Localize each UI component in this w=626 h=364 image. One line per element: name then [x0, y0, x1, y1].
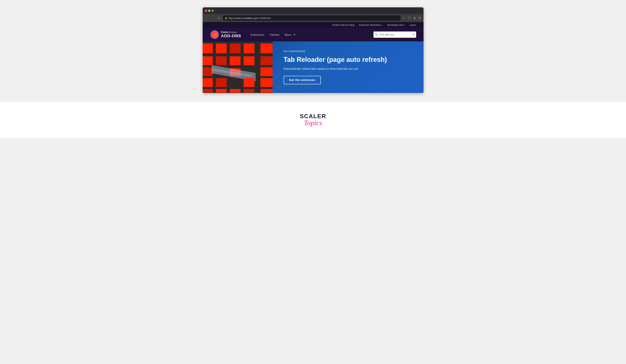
- shield-button[interactable]: 🛡: [407, 16, 412, 20]
- close-button[interactable]: [205, 10, 207, 12]
- svg-rect-25: [243, 89, 254, 92]
- login-link[interactable]: Log in: [410, 24, 416, 26]
- main-nav-links: Extensions Themes More... ▾: [248, 32, 373, 37]
- svg-rect-21: [260, 78, 273, 87]
- get-extension-button[interactable]: Get the extension: [284, 76, 321, 84]
- svg-rect-4: [216, 43, 227, 53]
- hero-section: RECOMMENDED Tab Reloader (page auto refr…: [203, 41, 424, 93]
- svg-rect-8: [203, 56, 213, 65]
- url-display: https://addons.mozilla.org/en-US/firefox…: [229, 17, 399, 20]
- site-content: Firefox Add-ons Blog Extension Workshop …: [203, 22, 424, 93]
- firefox-addons-blog-link[interactable]: Firefox Add-ons Blog: [332, 24, 354, 26]
- forward-button[interactable]: →: [211, 16, 216, 20]
- svg-rect-24: [230, 89, 240, 92]
- minimize-button[interactable]: [208, 10, 210, 12]
- reload-button[interactable]: ↻: [217, 16, 221, 20]
- share-button[interactable]: ⬆: [413, 16, 417, 21]
- main-navigation: Firefox Browser ADD-ONS Extensions Theme…: [203, 28, 424, 41]
- more-nav-button[interactable]: More... ▾: [282, 32, 298, 37]
- chevron-down-icon: ▾: [294, 33, 295, 36]
- svg-rect-10: [230, 56, 240, 65]
- browser-window: ← → ↻ 🔒 https://addons.mozilla.org/en-US…: [203, 7, 424, 93]
- hero-label: RECOMMENDED: [284, 50, 412, 53]
- browser-toolbar: ← → ↻ 🔒 https://addons.mozilla.org/en-US…: [203, 14, 424, 22]
- hero-content: RECOMMENDED Tab Reloader (page auto refr…: [273, 41, 424, 93]
- svg-rect-23: [216, 89, 227, 92]
- bookmark-star-button[interactable]: ☆: [402, 16, 406, 21]
- top-navigation: Firefox Add-ons Blog Extension Workshop …: [203, 22, 424, 28]
- hero-image: [203, 41, 273, 93]
- firefox-browser-label: Firefox Browser: [221, 31, 241, 34]
- svg-rect-18: [203, 78, 213, 87]
- hero-title: Tab Reloader (page auto refresh): [284, 56, 412, 64]
- svg-rect-12: [260, 56, 273, 65]
- svg-rect-26: [260, 89, 273, 92]
- firefox-logo-icon: [210, 30, 219, 39]
- extension-workshop-link[interactable]: Extension Workshop: [359, 24, 383, 26]
- svg-rect-11: [243, 56, 254, 65]
- scaler-text: SCALER: [300, 113, 326, 120]
- svg-rect-3: [203, 43, 213, 53]
- security-icon: 🔒: [225, 17, 227, 19]
- building-facade-svg: [203, 41, 273, 93]
- svg-rect-13: [203, 67, 213, 76]
- topics-text: Topics: [300, 119, 326, 127]
- browser-titlebar: [203, 7, 424, 14]
- scaler-logo: SCALER Topics: [300, 113, 326, 127]
- hero-image-visual: [203, 41, 273, 93]
- hero-description: Automatically reload tabs based on time …: [284, 67, 412, 71]
- search-input[interactable]: [379, 33, 411, 36]
- add-ons-label: ADD-ONS: [221, 34, 241, 38]
- toolbar-icons: ☆ 🛡 ⬆ ☰: [402, 16, 422, 21]
- svg-rect-6: [243, 43, 254, 53]
- address-bar[interactable]: 🔒 https://addons.mozilla.org/en-US/firef…: [223, 15, 400, 21]
- maximize-button[interactable]: [211, 10, 214, 12]
- developer-hub-link[interactable]: Developer Hub: [387, 24, 405, 26]
- back-button[interactable]: ←: [204, 16, 209, 20]
- menu-button[interactable]: ☰: [418, 16, 422, 21]
- search-box[interactable]: 🔍 ✕: [373, 32, 416, 38]
- traffic-lights: [205, 10, 214, 12]
- extensions-nav-link[interactable]: Extensions: [248, 32, 266, 37]
- separator: [0, 100, 626, 102]
- search-submit-button[interactable]: ✕: [412, 33, 415, 36]
- hero-cta: Get the extension: [284, 76, 321, 84]
- search-icon: 🔍: [375, 33, 378, 36]
- themes-nav-link[interactable]: Themes: [267, 32, 282, 37]
- svg-rect-5: [230, 43, 240, 53]
- logo-text: Firefox Browser ADD-ONS: [221, 31, 241, 38]
- svg-rect-15: [260, 67, 273, 76]
- site-logo[interactable]: Firefox Browser ADD-ONS: [210, 30, 241, 39]
- svg-rect-22: [203, 89, 213, 92]
- svg-rect-19: [216, 78, 227, 87]
- svg-rect-7: [260, 43, 273, 53]
- svg-rect-9: [216, 56, 227, 65]
- svg-rect-20: [243, 78, 254, 87]
- watermark-section: SCALER Topics: [0, 102, 626, 138]
